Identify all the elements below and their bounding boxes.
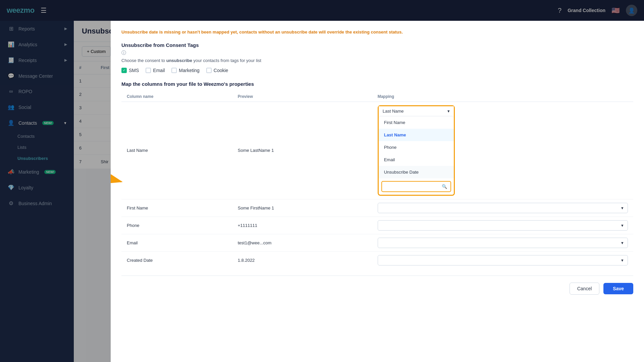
dropdown-menu: First Name Last Name Phone Email Unsubsc… (379, 116, 454, 195)
mapping-title: Map the columns from your file to Weezmo… (121, 81, 633, 87)
col-name-firstname: First Name (121, 199, 232, 217)
col-name-email: Email (121, 234, 232, 251)
mapping-row-created-date: Created Date 1.8.2022 ▾ (121, 251, 633, 269)
consent-email[interactable]: Email (146, 68, 165, 73)
col-mapping-phone: ▾ (372, 217, 633, 234)
col-name-lastname: Last Name (121, 102, 232, 199)
dropdown-search-container: 🔍 (381, 181, 451, 192)
mapping-select-created-date[interactable]: ▾ (378, 255, 628, 265)
consent-marketing[interactable]: Marketing (171, 68, 199, 73)
dropdown-highlighted: Last Name ▾ First Name Last Name Phone E… (378, 105, 455, 196)
dropdown-option-phone[interactable]: Phone (379, 141, 454, 154)
marketing-label: Marketing (179, 68, 199, 73)
col-mapping-created-date: ▾ (372, 251, 633, 269)
col-preview-lastname: Some LastName 1 (232, 102, 372, 199)
chevron-down-icon: ▾ (621, 205, 624, 210)
col-name-phone: Phone (121, 217, 232, 234)
dropdown-option-email[interactable]: Email (379, 154, 454, 166)
consent-cookie[interactable]: Cookie (206, 68, 228, 73)
mapping-row-lastname: Last Name Some LastName 1 Last Name ▾ Fi… (121, 102, 633, 199)
col-mapping-lastname: Last Name ▾ First Name Last Name Phone E… (372, 102, 633, 199)
warning-text-bold: Unsubscribe date is missing or hasn't be… (121, 29, 403, 35)
save-button[interactable]: Save (603, 283, 633, 294)
mapping-row-phone: Phone +1111111 ▾ (121, 217, 633, 234)
mapping-select-lastname[interactable]: Last Name ▾ (379, 106, 454, 116)
col-preview-email: test1@wee...com (232, 234, 372, 251)
cookie-checkbox[interactable] (206, 68, 212, 73)
dropdown-option-unsubscribe-date[interactable]: Unsubscribe Date (379, 166, 454, 178)
chevron-down-icon: ▾ (447, 109, 450, 114)
search-icon: 🔍 (442, 184, 447, 189)
col-header-preview: Preview (232, 92, 372, 102)
mapping-select-firstname[interactable]: ▾ (378, 203, 628, 213)
consent-row: ✓ SMS Email Marketing Cookie (121, 68, 633, 73)
cancel-button[interactable]: Cancel (570, 283, 600, 295)
mapping-row-firstname: First Name Some FirstName 1 ▾ (121, 199, 633, 217)
consent-title: Unsubscribe from Consent Tags (121, 42, 633, 48)
dropdown-option-firstname[interactable]: First Name (379, 116, 454, 129)
col-name-created-date: Created Date (121, 251, 232, 269)
consent-sms[interactable]: ✓ SMS (121, 68, 139, 73)
col-header-name: Column name (121, 92, 232, 102)
modal-footer: Cancel Save (121, 276, 633, 298)
col-preview-created-date: 1.8.2022 (232, 251, 372, 269)
email-label: Email (153, 68, 165, 73)
col-preview-phone: +1111111 (232, 217, 372, 234)
col-mapping-email: ▾ (372, 234, 633, 251)
chevron-down-icon: ▾ (621, 258, 624, 263)
warning-banner: Unsubscribe date is missing or hasn't be… (121, 29, 633, 36)
mapping-table: Column name Preview Mapping Last Name So… (121, 92, 633, 269)
col-header-mapping: Mapping (372, 92, 633, 102)
col-mapping-firstname: ▾ (372, 199, 633, 217)
cookie-label: Cookie (214, 68, 228, 73)
email-checkbox[interactable] (146, 68, 151, 73)
dropdown-search-input[interactable] (385, 184, 442, 189)
chevron-down-icon: ▾ (621, 223, 624, 228)
info-icon: ⓘ (121, 50, 126, 56)
dropdown-option-lastname[interactable]: Last Name (379, 129, 454, 141)
col-preview-firstname: Some FirstName 1 (232, 199, 372, 217)
chevron-down-icon: ▾ (621, 240, 624, 245)
consent-desc: Choose the consent to unsubscribe your c… (121, 58, 633, 63)
mapping-row-email: Email test1@wee...com ▾ (121, 234, 633, 251)
mapping-select-phone[interactable]: ▾ (378, 220, 628, 231)
arrow-svg (111, 168, 135, 195)
marketing-checkbox[interactable] (171, 68, 177, 73)
mapping-select-email[interactable]: ▾ (378, 238, 628, 248)
sms-checkbox[interactable]: ✓ (121, 68, 127, 73)
sms-label: SMS (129, 68, 139, 73)
modal-panel: Unsubscribe date is missing or hasn't be… (111, 21, 644, 362)
selected-option: Last Name (383, 109, 404, 114)
